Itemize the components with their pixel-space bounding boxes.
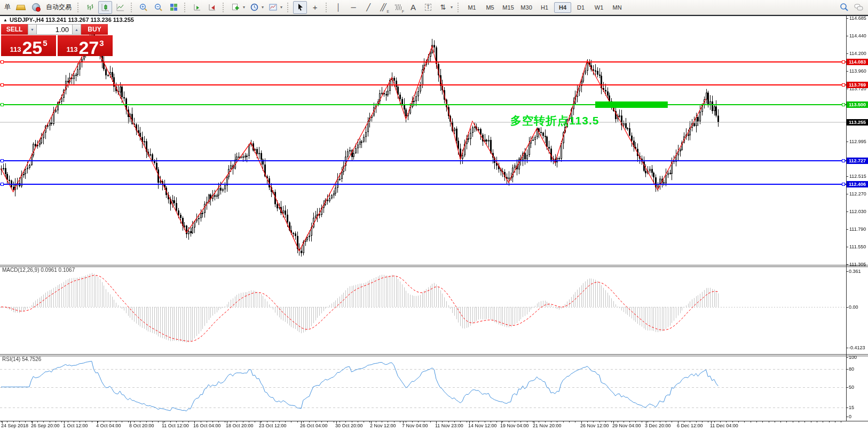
buy-price-pip: 3 [99,38,104,48]
macd-axis-tick-label: 0.00 [849,304,858,310]
price-line-label[interactable]: 113.769 [847,82,868,88]
chat-icon [854,3,864,12]
toolbar-grip [77,3,80,12]
chat-button[interactable] [852,1,866,14]
crosshair-icon: + [313,3,318,11]
timeframe-m30[interactable]: M30 [518,2,535,13]
template-icon [269,3,277,11]
rsi-axis-tick-label: 0 [849,414,851,419]
price-axis-tick-label: 112.995 [849,139,866,144]
timeframe-h1[interactable]: H1 [536,2,553,13]
auto-scroll-icon [193,3,201,11]
time-axis-label: 7 Nov 04:00 [402,423,428,428]
timeframe-m15[interactable]: M15 [500,2,517,13]
toolbar-grip [131,3,133,12]
autotrade-status-icon[interactable] [29,1,43,14]
buy-button[interactable]: BUY [81,24,108,35]
collapse-arrow-icon[interactable]: ▲ [3,18,7,22]
price-axis-tick-label: 114.200 [849,51,866,56]
time-axis-label: 6 Dec 12:00 [677,423,703,428]
text-label-tool[interactable]: T [421,1,435,14]
arrows-tool[interactable]: ⇅ [436,1,450,14]
price-line-label[interactable]: 113.255 [847,119,868,126]
one-click-trade-panel: SELL ▼ ▲ BUY 113 25 5 113 27 3 [1,24,113,56]
periods-button[interactable] [247,1,261,14]
templates-dropdown-caret[interactable]: ▾ [280,5,282,10]
equidistant-channel-tool[interactable]: ╱╱E [376,1,390,14]
buy-price-prefix: 113 [66,45,77,53]
vertical-line-tool[interactable]: │ [332,1,345,14]
zoom-in-button[interactable] [137,1,151,14]
time-axis-label: 16 Oct 04:00 [193,423,221,428]
macd-axis-tick-label: -0.4123 [849,345,865,350]
line-chart-button[interactable] [113,1,127,14]
rsi-indicator-label: RSI(14) 54.7526 [2,356,41,362]
sell-price-big: 25 [22,40,42,56]
tile-windows-button[interactable] [167,1,180,14]
time-axis-label: 24 Sep 2018 [1,423,28,428]
cursor-icon [296,3,304,11]
fibonacci-sub-label: F [402,10,404,13]
timeframe-w1[interactable]: W1 [590,2,607,13]
bar-chart-button[interactable] [83,1,97,14]
order-menu[interactable]: 单 [4,3,11,12]
candlestick-chart-button[interactable] [98,1,112,14]
time-axis-label: 26 Oct 04:00 [300,423,328,428]
timeframe-m1[interactable]: M1 [463,2,480,13]
time-axis-label: 19 Nov 04:00 [500,423,529,428]
timeframe-group: M1M5M15M30H1H4D1W1MN [463,2,626,13]
trendline-icon: ╱ [366,4,370,11]
fibonacci-icon [395,4,401,10]
ingot-shape [16,5,26,10]
ohlc-readout: USDJPY-,H4 113.241 113.267 113.236 113.2… [10,17,134,23]
text-label-icon: T [425,4,431,11]
price-line-label[interactable]: 112.406 [847,181,868,187]
arrows-dropdown-caret[interactable]: ▾ [451,5,453,10]
volume-increase-button[interactable]: ▲ [72,24,81,35]
autotrade-button[interactable]: 自动交易 [46,3,72,12]
chart-shift-button[interactable] [205,1,219,14]
add-indicator-icon [232,3,240,11]
time-axis-label: 8 Oct 20:00 [129,423,154,428]
add-indicator-button[interactable] [228,1,242,14]
buy-price-display[interactable]: 113 27 3 [58,35,113,56]
timeframe-m5[interactable]: M5 [482,2,499,13]
horizontal-line-tool[interactable]: ─ [346,1,360,14]
search-button[interactable] [837,1,851,14]
chart-canvas[interactable] [0,0,868,431]
timeframe-mn[interactable]: MN [609,2,626,13]
gold-ingot-icon[interactable] [14,1,28,14]
timeframe-h4[interactable]: H4 [554,2,571,13]
search-icon [840,3,849,12]
time-axis-label: 14 Nov 12:00 [468,423,497,428]
autotrade-face-icon [32,3,40,11]
channel-icon: ╱╱ [380,4,384,11]
cursor-tool[interactable] [293,1,307,14]
horizontal-line-icon: ─ [351,4,356,11]
text-tool[interactable]: A [406,1,420,14]
price-line-label[interactable]: 114.083 [847,59,868,65]
time-axis-label: 23 Oct 12:00 [259,423,287,428]
auto-scroll-button[interactable] [190,1,204,14]
price-line-label[interactable]: 113.500 [847,101,868,108]
macd-axis-tick-label: 0.361 [849,269,861,274]
trendline-tool[interactable]: ╱ [361,1,375,14]
sell-button[interactable]: SELL [1,24,28,35]
buy-price-big: 27 [78,40,99,56]
volume-decrease-button[interactable]: ▼ [28,24,37,35]
time-axis-label: 21 Nov 20:00 [533,423,562,428]
zoom-out-button[interactable] [152,1,165,14]
periods-dropdown-caret[interactable]: ▾ [262,5,264,10]
templates-button[interactable] [266,1,280,14]
timeframe-d1[interactable]: D1 [572,2,589,13]
line-chart-icon [116,3,124,11]
fibonacci-tool[interactable]: F [391,1,405,14]
crosshair-tool[interactable]: + [308,1,322,14]
price-line-label[interactable]: 112.727 [847,158,868,164]
bar-chart-icon [86,3,94,11]
time-axis-label: 30 Oct 20:00 [335,423,363,428]
toolbar-grip [287,3,289,12]
volume-input[interactable] [37,24,72,35]
sell-price-display[interactable]: 113 25 5 [1,35,56,56]
indicator-dropdown-caret[interactable]: ▾ [243,5,245,10]
